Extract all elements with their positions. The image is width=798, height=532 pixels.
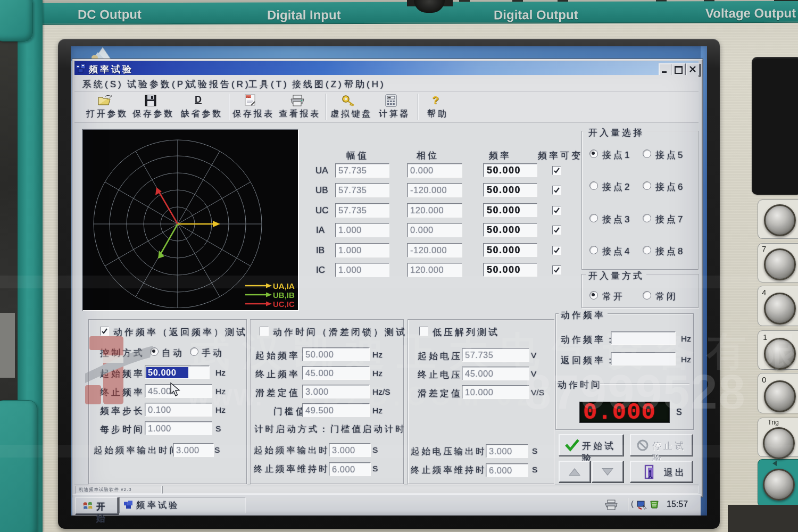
svg-text:DEL: DEL <box>246 96 251 98</box>
svg-text:UB,IB: UB,IB <box>273 290 295 300</box>
svg-text:UC,IC: UC,IC <box>273 300 295 308</box>
